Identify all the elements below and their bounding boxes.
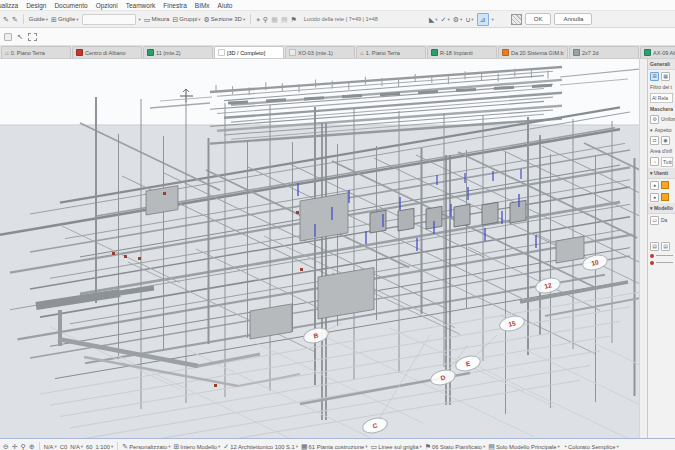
chevron-down-icon[interactable]: ▾	[650, 170, 653, 176]
tab-label: AX-09 Abaco Aree P-1	[653, 50, 675, 56]
sezione-3d-button[interactable]: ⚙ Sezione 3D ▾	[204, 16, 246, 23]
folder-icon[interactable]: ▤	[650, 242, 659, 251]
3d-style-select[interactable]: ◔Colorato Semplice▾	[563, 443, 619, 450]
magnet-icon: ∪	[465, 16, 470, 23]
confirm-tool-button[interactable]: ✓ ▾	[441, 16, 450, 23]
tab-piano-terra-0[interactable]: ⌂ 0. Piano Terra	[1, 46, 71, 58]
field-c0[interactable]: C0	[60, 444, 67, 450]
zoom-out-icon[interactable]: ⊖	[3, 443, 9, 450]
tab-da20-sistema[interactable]: Da 20 Sistema GIM.b	[498, 46, 568, 58]
guide-button[interactable]: Guide ▾	[29, 16, 48, 22]
layer-combination-select[interactable]: ✎Personalizzato▾	[122, 443, 170, 450]
tab-label: R-18 Impianti	[440, 50, 473, 56]
view-orientation-button[interactable]: ◣ ▾	[429, 16, 438, 23]
pen-color-dot[interactable]	[650, 254, 654, 258]
menu-bimx[interactable]: BIMx	[195, 2, 210, 9]
annulla-button[interactable]: Annulla	[554, 13, 592, 25]
chevron-down-icon[interactable]: ▾	[492, 17, 494, 22]
chevron-down-icon[interactable]: ▾	[139, 17, 141, 22]
marquee-icon[interactable]	[28, 33, 37, 41]
gear-icon: ⚙	[453, 16, 459, 23]
grid-bubble-label: E	[465, 360, 471, 368]
pencil-icon[interactable]: ✎	[12, 16, 18, 23]
walk-icon[interactable]: ⚲	[21, 443, 26, 450]
zoom-in-icon[interactable]: ⊕	[29, 443, 35, 450]
eye-icon[interactable]: ◉	[661, 136, 670, 145]
tab-11-mte2[interactable]: 11 (mte.2)	[143, 46, 213, 58]
area-label: Area d'infl	[648, 146, 675, 155]
graphic-override-select[interactable]: ⚑06 Stato Pianificato▾	[425, 443, 486, 450]
misura-label: Misura	[151, 16, 169, 22]
mode-icon[interactable]: ▦	[661, 72, 670, 81]
menu-aiuto[interactable]: Aiuto	[218, 2, 233, 9]
pencil-icon[interactable]: ✎	[3, 16, 9, 23]
zoom-fit-icon[interactable]: ✛	[12, 443, 18, 450]
magnet-tool-button[interactable]: ∪ ▾	[465, 16, 473, 23]
chevron-down-icon: ▾	[460, 17, 462, 22]
zoom-tool-icon[interactable]: ⚲	[263, 16, 268, 23]
selection-toolbar: ↖	[0, 28, 675, 46]
menu-finestra[interactable]: Finestra	[163, 2, 186, 9]
griglie-button[interactable]: ⊞ Griglie ▾	[51, 16, 78, 23]
tab-label: 1. Piano Terra	[366, 50, 400, 56]
ok-button[interactable]: OK	[525, 13, 552, 25]
menu-opzioni[interactable]: Opzioni	[96, 2, 118, 9]
lock-icon[interactable]: ◘	[650, 136, 659, 145]
selected-mode-icon[interactable]: ⊞	[650, 72, 659, 81]
tab-ax09-abaco[interactable]: AX-09 Abaco Aree P-1	[640, 46, 675, 58]
menu-design[interactable]: Design	[26, 2, 46, 9]
chevron-down-icon[interactable]: ▾	[650, 127, 653, 133]
disabled-tool-icon: ▤	[281, 16, 288, 23]
section-icon	[147, 49, 154, 56]
pie-icon: ◔	[650, 157, 659, 166]
tab-label: 11 (mte.2)	[156, 50, 181, 56]
renovation-filter-select[interactable]: ▤Solo Modello Principale▾	[488, 443, 559, 450]
3d-view-icon	[218, 49, 225, 56]
target-icon[interactable]: ⌖	[256, 16, 260, 23]
folder-icon[interactable]: ▤	[661, 242, 670, 251]
grid-bubble-label: 12	[544, 281, 553, 290]
viewport-scrollbar[interactable]	[639, 59, 647, 438]
filter-select[interactable]: Al Rela	[650, 93, 673, 103]
tab-centro[interactable]: Centro di Albano	[72, 46, 142, 58]
structure-display-select[interactable]: ⊞Intero Modello▾	[173, 443, 220, 450]
gruppi-button[interactable]: ⊟ Gruppi ▾	[172, 16, 200, 23]
menu-visualizza[interactable]: Visualizza	[0, 2, 18, 9]
snap-combo[interactable]	[82, 14, 136, 25]
menu-teamwork[interactable]: Teamwork	[126, 2, 156, 9]
main-area: B C D E 15 12 10 Generali ⊞ ▦ Filtro dei…	[0, 59, 675, 438]
pen-set-select[interactable]: ✓12 Architettonico 100 S.1▾	[223, 443, 298, 450]
user-color-swatch[interactable]	[661, 193, 669, 201]
user-color-swatch[interactable]	[661, 181, 669, 189]
gear-icon[interactable]: ⚙	[650, 115, 659, 124]
area-select[interactable]: Tutti	[661, 157, 673, 167]
misura-button[interactable]: ▭ Misura	[144, 16, 170, 23]
tab-r18-impianti[interactable]: R-18 Impianti	[427, 46, 497, 58]
arrow-cursor-icon[interactable]: ↖	[17, 33, 23, 40]
field-na-1[interactable]: N/A▾	[44, 444, 57, 450]
chevron-down-icon[interactable]: ▾	[650, 205, 653, 211]
field-zoom-level[interactable]: 60	[86, 444, 92, 450]
info-box-icon[interactable]	[4, 33, 12, 41]
slope-tool-button-selected[interactable]: ⊿	[477, 13, 489, 26]
settings-tool-button[interactable]: ⚙ ▾	[453, 16, 463, 23]
menu-documento[interactable]: Documento	[54, 2, 87, 9]
flag-icon: ⚑	[425, 443, 431, 450]
flag-icon[interactable]: ⚑	[291, 16, 297, 23]
ruler-icon: ▭	[144, 16, 151, 23]
slope-icon: ⊿	[480, 16, 486, 23]
tab-xo03[interactable]: XO-03 (mte.1)	[285, 46, 355, 58]
3d-viewport[interactable]: B C D E 15 12 10	[0, 59, 639, 438]
grid-lines-select[interactable]: ▭Linee sul griglia▾	[371, 443, 422, 450]
settings-sidebar: Generali ⊞ ▦ Filtro dei t Al Rela Masche…	[647, 59, 675, 438]
field-scale[interactable]: 1:100▾	[96, 444, 114, 450]
tab-2x7-2d[interactable]: 2x7 2d	[569, 46, 639, 58]
tab-piano-terra-1[interactable]: ⌂ 1. Piano Terra	[356, 46, 426, 58]
grid-bubble-label: C	[372, 422, 378, 430]
fill-pattern-swatch[interactable]	[511, 14, 522, 25]
tab-3d-completo-active[interactable]: [3D / Completo]	[214, 46, 284, 58]
model-view-options-select[interactable]: ▦61 Pianta costruzione▾	[301, 443, 368, 450]
pen-color-dot[interactable]	[650, 261, 654, 265]
field-na-2[interactable]: N/A▾	[70, 444, 83, 450]
statusbar-separator	[117, 442, 118, 450]
